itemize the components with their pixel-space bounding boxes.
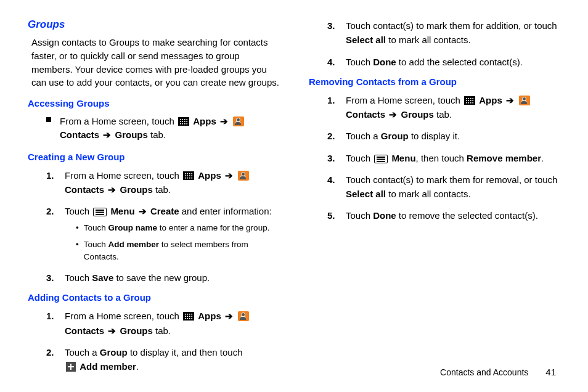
apps-icon xyxy=(464,96,475,105)
creating-step-1: 1. From a Home screen, touch Apps ➔ Cont… xyxy=(28,168,279,197)
menu-icon xyxy=(374,155,388,163)
step-number: 2. xyxy=(46,345,57,374)
step-number: 4. xyxy=(327,55,338,69)
arrow-icon: ➔ xyxy=(107,325,117,336)
step-number: 5. xyxy=(327,208,338,223)
apps-icon xyxy=(178,117,189,126)
arrow-icon: ➔ xyxy=(224,170,234,181)
step-number: 1. xyxy=(46,168,57,197)
arrow-icon: ➔ xyxy=(224,311,234,321)
page-content: Groups Assign contacts to Groups to make… xyxy=(0,0,588,381)
arrow-icon: ➔ xyxy=(137,206,148,216)
subsection-accessing: Accessing Groups xyxy=(28,98,279,108)
creating-step-3: 3. Touch Save to save the new group. xyxy=(28,271,279,285)
apps-icon xyxy=(183,171,194,180)
step-number: 1. xyxy=(46,309,57,338)
chapter-name: Contacts and Accounts xyxy=(440,367,528,377)
step-number: 3. xyxy=(46,271,57,285)
removing-step-1: 1. From a Home screen, touch Apps ➔ Cont… xyxy=(309,93,560,122)
dot-icon: • xyxy=(76,222,79,234)
sub-bullet-groupname: • Touch Group name to enter a name for t… xyxy=(65,222,279,234)
accessing-bullet: From a Home screen, touch Apps ➔ Contact… xyxy=(28,115,279,142)
contacts-icon xyxy=(238,171,249,181)
arrow-icon: ➔ xyxy=(107,184,117,195)
removing-step-3: 3. Touch Menu, then touch Remove member. xyxy=(309,151,560,165)
removing-step-2: 2. Touch a Group to display it. xyxy=(309,129,560,143)
square-bullet-icon xyxy=(46,117,51,122)
adding-step-2: 2. Touch a Group to display it, and then… xyxy=(28,345,279,374)
removing-step-4: 4. Touch contact(s) to mark them for rem… xyxy=(309,173,560,202)
accessing-text: From a Home screen, touch Apps ➔ Contact… xyxy=(60,115,279,142)
step-number: 1. xyxy=(327,93,338,122)
step-number: 3. xyxy=(327,151,338,165)
right-column: 3. Touch contact(s) to mark them for add… xyxy=(309,18,560,381)
dot-icon: • xyxy=(76,239,79,264)
subsection-removing: Removing Contacts from a Group xyxy=(309,76,560,87)
arrow-icon: ➔ xyxy=(102,129,112,140)
arrow-icon: ➔ xyxy=(219,116,229,126)
page-number: 41 xyxy=(545,367,556,377)
intro-paragraph: Assign contacts to Groups to make search… xyxy=(28,36,279,89)
apps-icon xyxy=(183,312,194,321)
arrow-icon: ➔ xyxy=(505,95,515,105)
removing-step-5: 5. Touch Done to remove the selected con… xyxy=(309,208,560,223)
page-footer: Contacts and Accounts 41 xyxy=(440,367,556,377)
adding-step-4: 4. Touch Done to add the selected contac… xyxy=(309,55,560,69)
contacts-icon xyxy=(233,116,244,126)
subsection-adding: Adding Contacts to a Group xyxy=(28,292,279,303)
menu-icon xyxy=(93,208,107,216)
adding-step-1: 1. From a Home screen, touch Apps ➔ Cont… xyxy=(28,309,279,338)
step-number: 2. xyxy=(327,129,338,143)
left-column: Groups Assign contacts to Groups to make… xyxy=(28,18,279,381)
subsection-creating: Creating a New Group xyxy=(28,152,279,162)
creating-step-2: 2. Touch Menu ➔ Create and enter informa… xyxy=(28,204,279,263)
arrow-icon: ➔ xyxy=(388,109,398,120)
add-icon xyxy=(66,362,76,372)
section-title-groups: Groups xyxy=(28,18,279,31)
step-number: 2. xyxy=(46,204,57,263)
step-number: 4. xyxy=(327,173,338,202)
sub-bullet-addmember: • Touch Add member to select members fro… xyxy=(65,239,279,264)
adding-step-3: 3. Touch contact(s) to mark them for add… xyxy=(309,18,560,47)
step-number: 3. xyxy=(327,18,338,47)
contacts-icon xyxy=(238,311,249,321)
contacts-icon xyxy=(519,96,530,105)
